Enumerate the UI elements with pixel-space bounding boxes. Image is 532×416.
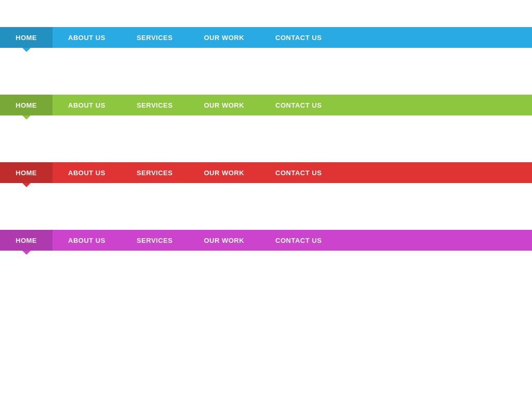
navbar-red-wrapper: HOME ABOUT US SERVICES OUR WORK CONTACT … — [0, 162, 532, 183]
nav-services-red[interactable]: SERVICES — [121, 162, 189, 183]
nav-contact-green[interactable]: CONTACT US — [260, 95, 337, 115]
navbar-red: HOME ABOUT US SERVICES OUR WORK CONTACT … — [0, 162, 532, 183]
nav-home-purple[interactable]: HOME — [0, 230, 52, 251]
nav-services-purple[interactable]: SERVICES — [121, 230, 189, 251]
nav-contact-blue[interactable]: CONTACT US — [260, 27, 337, 48]
navbar-purple: HOME ABOUT US SERVICES OUR WORK CONTACT … — [0, 230, 532, 251]
nav-ourwork-green[interactable]: OUR WORK — [188, 95, 260, 115]
nav-home-blue[interactable]: HOME — [0, 27, 52, 48]
nav-services-blue[interactable]: SERVICES — [121, 27, 189, 48]
navbar-blue-wrapper: HOME ABOUT US SERVICES OUR WORK CONTACT … — [0, 27, 532, 48]
nav-ourwork-purple[interactable]: OUR WORK — [188, 230, 260, 251]
nav-home-red[interactable]: HOME — [0, 162, 52, 183]
nav-about-red[interactable]: ABOUT US — [52, 162, 121, 183]
nav-ourwork-blue[interactable]: OUR WORK — [188, 27, 260, 48]
nav-about-purple[interactable]: ABOUT US — [52, 230, 121, 251]
navbar-green: HOME ABOUT US SERVICES OUR WORK CONTACT … — [0, 95, 532, 115]
nav-ourwork-red[interactable]: OUR WORK — [188, 162, 260, 183]
nav-about-green[interactable]: ABOUT US — [52, 95, 121, 115]
navbar-green-wrapper: HOME ABOUT US SERVICES OUR WORK CONTACT … — [0, 95, 532, 115]
nav-services-green[interactable]: SERVICES — [121, 95, 189, 115]
nav-contact-red[interactable]: CONTACT US — [260, 162, 337, 183]
nav-contact-purple[interactable]: CONTACT US — [260, 230, 337, 251]
nav-home-green[interactable]: HOME — [0, 95, 52, 115]
nav-about-blue[interactable]: ABOUT US — [52, 27, 121, 48]
navbar-blue: HOME ABOUT US SERVICES OUR WORK CONTACT … — [0, 27, 532, 48]
navbar-purple-wrapper: HOME ABOUT US SERVICES OUR WORK CONTACT … — [0, 230, 532, 251]
